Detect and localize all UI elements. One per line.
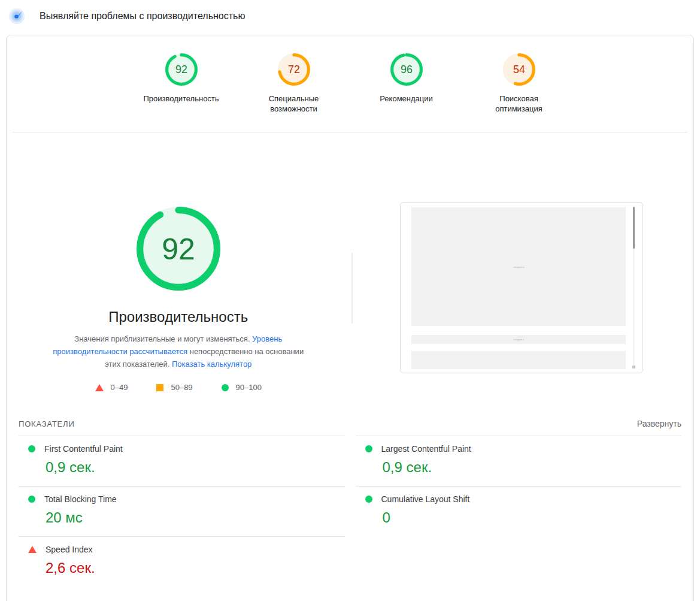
fail-triangle-icon [95,384,104,391]
score-item-seo[interactable]: 54 Поисковая оптимизация [474,52,564,114]
placeholder-text: загрузка [513,338,524,341]
placeholder-text: загрузка [513,265,524,268]
performance-description: Значения приблизительные и могут изменят… [51,333,305,370]
metric-name: First Contentful Paint [44,444,123,454]
vertical-divider [351,253,353,324]
metrics-section: ПОКАЗАТЕЛИ Развернуть First Contentful P… [7,419,693,587]
metric-value: 2,6 сек. [46,560,345,576]
expand-button[interactable]: Развернуть [637,419,681,428]
metric-value: 0,9 сек. [46,459,345,476]
metrics-grid: First Contentful Paint 0,9 сек. Largest … [19,436,681,587]
metric-total-blocking-time: Total Blocking Time 20 мс [19,486,345,536]
screenshot-footer-placeholder [411,351,626,369]
summary-right: загрузка загрузка [350,132,694,416]
svg-text:54: 54 [513,64,525,75]
metric-name: Speed Index [46,545,93,554]
description-text: Значения приблизительные и могут изменят… [74,334,252,343]
screenshot-scrollbar [633,207,635,369]
screenshot-content: загрузка загрузка [401,203,643,369]
metric-value: 0,9 сек. [383,459,682,476]
metric-name: Total Blocking Time [44,494,117,504]
score-legend: 0–49 50–89 90–100 [95,383,262,392]
metric-speed-index: Speed Index 2,6 сек. [19,536,345,587]
performance-score-gauge: 92 [134,204,223,294]
pass-circle-icon [222,384,229,391]
legend-range: 0–49 [111,383,128,392]
legend-item-average: 50–89 [156,383,192,392]
page-title: Выявляйте проблемы с производительностью [40,11,245,22]
accessibility-gauge: 72 [276,52,312,87]
metrics-header: ПОКАЗАТЕЛИ Развернуть [19,419,681,428]
score-label: Специальные возможности [252,93,336,114]
svg-text:96: 96 [401,64,413,75]
screenshot-scrollbar-thumb [633,207,635,249]
svg-text:92: 92 [175,64,187,75]
metric-name: Largest Contentful Paint [381,444,471,454]
legend-item-fail: 0–49 [95,383,128,392]
score-label: Производительность [143,93,219,104]
show-calculator-link[interactable]: Показать калькулятор [172,360,251,369]
pass-circle-icon [28,496,35,503]
score-item-best-practices[interactable]: 96 Рекомендации [362,52,451,104]
screenshot-scrollbar-arrow [632,366,635,369]
best-practices-gauge: 96 [389,52,425,87]
screenshot-bar-placeholder: загрузка [411,335,626,344]
metric-first-contentful-paint: First Contentful Paint 0,9 сек. [19,436,345,486]
score-item-accessibility[interactable]: 72 Специальные возможности [249,52,339,114]
category-scores-row: 92 Производительность 72 Специальные воз… [7,35,693,132]
page-header: Выявляйте проблемы с производительностью [0,0,700,32]
performance-section-title: Производительность [108,309,248,325]
performance-summary: 92 Производительность Значения приблизит… [7,132,693,416]
fail-triangle-icon [28,546,37,553]
seo-gauge: 54 [501,52,537,87]
pass-circle-icon [365,445,372,452]
metrics-title: ПОКАЗАТЕЛИ [19,419,75,428]
average-square-icon [156,384,163,391]
page-screenshot-thumbnail: загрузка загрузка [400,202,643,373]
pagespeed-insights-icon [8,7,26,25]
svg-text:92: 92 [162,232,195,266]
metric-cumulative-layout-shift: Cumulative Layout Shift 0 [356,486,682,536]
screenshot-image-placeholder: загрузка [411,207,626,326]
score-label: Рекомендации [380,93,433,104]
pass-circle-icon [365,496,372,503]
summary-left: 92 Производительность Значения приблизит… [7,132,350,416]
metric-value: 0 [383,509,682,526]
performance-gauge: 92 [163,52,199,87]
legend-item-pass: 90–100 [222,383,262,392]
score-item-performance[interactable]: 92 Производительность [137,52,226,104]
report-card: 92 Производительность 72 Специальные воз… [6,35,694,601]
svg-text:72: 72 [288,64,300,75]
score-label: Поисковая оптимизация [477,93,561,114]
metric-value: 20 мс [46,509,345,526]
metric-empty-cell [356,536,682,587]
metric-largest-contentful-paint: Largest Contentful Paint 0,9 сек. [356,436,682,486]
metric-name: Cumulative Layout Shift [381,494,470,504]
legend-range: 50–89 [171,383,192,392]
pass-circle-icon [28,445,35,452]
legend-range: 90–100 [236,383,262,392]
